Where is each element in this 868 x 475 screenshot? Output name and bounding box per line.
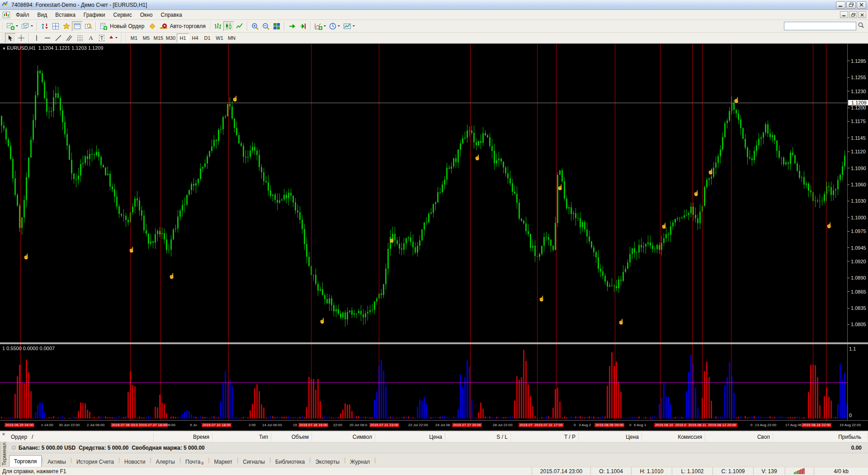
- tile-windows-button[interactable]: [271, 21, 282, 31]
- menu-item-4[interactable]: Графики: [80, 10, 109, 19]
- terminal-side-label[interactable]: Терминал: [0, 442, 7, 467]
- timeframe-button-h4[interactable]: H4: [189, 33, 201, 43]
- terminal-tab-5[interactable]: Алерты: [151, 457, 179, 467]
- terminal-column-header[interactable]: Своп: [705, 433, 773, 441]
- signal-marker-icon[interactable]: ☝: [538, 296, 545, 301]
- line-chart-button[interactable]: [234, 21, 245, 31]
- vertical-event-line[interactable]: [731, 44, 731, 420]
- vertical-event-line[interactable]: [826, 44, 826, 420]
- data-window-button[interactable]: [50, 21, 61, 31]
- text-button[interactable]: A: [85, 33, 96, 43]
- menu-item-3[interactable]: Вставка: [51, 10, 80, 19]
- timeframe-button-m15[interactable]: M15: [152, 33, 165, 43]
- terminal-tab-9[interactable]: Библиотека: [271, 457, 309, 467]
- bar-chart-button[interactable]: [212, 21, 223, 31]
- terminal-close-icon[interactable]: ✕: [1, 432, 6, 437]
- menu-item-7[interactable]: Справка: [157, 10, 186, 19]
- vertical-event-line[interactable]: [660, 44, 660, 420]
- signal-marker-icon[interactable]: ☝: [661, 223, 668, 228]
- chart-shift-button[interactable]: [297, 21, 308, 31]
- toolbar-grip[interactable]: [209, 22, 211, 30]
- vertical-event-line[interactable]: [130, 44, 131, 420]
- vertical-event-line[interactable]: [556, 44, 557, 420]
- terminal-column-header[interactable]: Тип: [212, 433, 271, 441]
- market-watch-button[interactable]: [39, 21, 50, 31]
- terminal-column-header[interactable]: Цена: [579, 433, 642, 441]
- channel-button[interactable]: [64, 33, 75, 43]
- timeframe-button-m5[interactable]: M5: [140, 33, 152, 43]
- autotrading-button[interactable]: Авто-торговля: [158, 21, 208, 31]
- terminal-button[interactable]: [72, 21, 83, 31]
- terminal-tab-3[interactable]: История Счета: [72, 457, 118, 467]
- vertical-event-line[interactable]: [615, 44, 615, 420]
- toolbar-grip[interactable]: [1, 34, 4, 42]
- signal-marker-icon[interactable]: ☝: [693, 190, 700, 196]
- mdi-restore-button[interactable]: [849, 11, 857, 18]
- timeframe-button-m1[interactable]: M1: [128, 33, 140, 43]
- terminal-column-header[interactable]: Комиссия: [642, 433, 705, 441]
- new-chart-button[interactable]: [5, 21, 20, 31]
- close-button[interactable]: [857, 1, 866, 9]
- candlestick-chart-button[interactable]: [223, 21, 234, 31]
- menu-item-6[interactable]: Окно: [136, 10, 157, 19]
- trendline-button[interactable]: [53, 33, 64, 43]
- mdi-minimize-button[interactable]: [840, 11, 848, 18]
- vertical-event-line[interactable]: [813, 44, 813, 420]
- zoom-in-button[interactable]: [250, 21, 260, 31]
- indicators-button[interactable]: [313, 21, 328, 31]
- text-label-button[interactable]: T: [96, 33, 107, 43]
- navigator-button[interactable]: [61, 21, 72, 31]
- signal-marker-icon[interactable]: ☝: [23, 254, 30, 259]
- menu-item-5[interactable]: Сервис: [109, 10, 136, 19]
- chart-collapse-icon[interactable]: ▼: [2, 47, 7, 51]
- timeframe-button-mn[interactable]: MN: [226, 33, 238, 43]
- signal-marker-icon[interactable]: ☝: [733, 97, 740, 103]
- terminal-column-header[interactable]: Цена: [375, 433, 445, 441]
- pane-splitter[interactable]: [0, 342, 868, 344]
- time-axis[interactable]: 2015.06.29 04:00n 14:0030 Jun 22:002 Jul…: [0, 420, 868, 431]
- signal-marker-icon[interactable]: ☝: [474, 155, 481, 160]
- terminal-tab-1[interactable]: Торговля: [9, 455, 42, 467]
- vertical-event-line[interactable]: [160, 44, 161, 420]
- auto-scroll-button[interactable]: [287, 21, 297, 31]
- terminal-column-header[interactable]: Символ: [312, 433, 375, 441]
- timeframe-button-m30[interactable]: M30: [165, 33, 177, 43]
- periods-button[interactable]: [328, 21, 342, 31]
- vertical-event-line[interactable]: [692, 44, 693, 420]
- cursor-button[interactable]: [5, 33, 16, 43]
- terminal-column-header[interactable]: Прибыль: [773, 433, 868, 441]
- terminal-column-header[interactable]: S / L: [445, 433, 511, 441]
- terminal-tab-6[interactable]: Почта9: [181, 457, 208, 467]
- profiles-button[interactable]: [20, 21, 35, 31]
- chart-system-icon[interactable]: [1, 10, 12, 20]
- terminal-tab-4[interactable]: Новости: [120, 457, 150, 467]
- timeframe-button-w1[interactable]: W1: [213, 33, 226, 43]
- menu-item-2[interactable]: Вид: [33, 10, 52, 19]
- terminal-tab-10[interactable]: Эксперты: [311, 457, 344, 467]
- signal-marker-icon[interactable]: ☝: [232, 96, 239, 101]
- signal-marker-icon[interactable]: ☝: [618, 319, 625, 324]
- vertical-event-line[interactable]: [311, 44, 311, 420]
- toolbar-grip[interactable]: [1, 22, 4, 30]
- restore-button[interactable]: [846, 1, 856, 9]
- vertical-event-line[interactable]: [228, 44, 229, 420]
- metaeditor-button[interactable]: [147, 21, 158, 31]
- strategy-tester-button[interactable]: [83, 21, 94, 31]
- terminal-tab-7[interactable]: Маркет: [209, 457, 237, 467]
- signal-marker-icon[interactable]: ☝: [169, 273, 175, 279]
- toolbar-grip[interactable]: [124, 34, 127, 42]
- vertical-event-line[interactable]: [379, 44, 379, 420]
- arrow-objects-button[interactable]: [107, 33, 119, 43]
- search-icon[interactable]: [858, 22, 864, 30]
- terminal-tab-2[interactable]: Активы: [43, 457, 71, 467]
- candlestick-canvas[interactable]: [0, 44, 847, 342]
- indicator-pane[interactable]: [0, 344, 847, 420]
- templates-button[interactable]: [342, 21, 357, 31]
- vertical-event-line[interactable]: [702, 44, 703, 420]
- terminal-tab-8[interactable]: Сигналы: [238, 457, 269, 467]
- terminal-tab-11[interactable]: Журнал: [345, 457, 374, 467]
- search-input[interactable]: [784, 22, 856, 30]
- signal-marker-icon[interactable]: ☝: [708, 169, 714, 174]
- terminal-column-header[interactable]: T / P: [511, 433, 579, 441]
- terminal-column-header[interactable]: Объем: [271, 433, 312, 441]
